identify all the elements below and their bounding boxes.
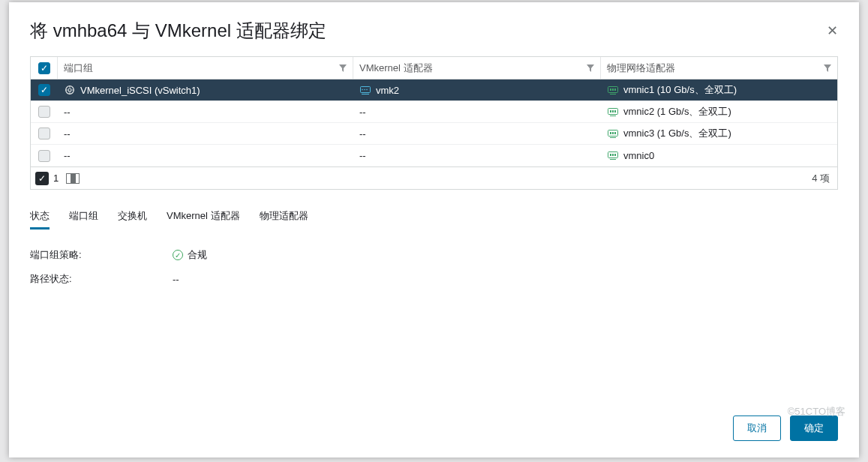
svg-point-1 bbox=[68, 88, 71, 92]
nic-icon bbox=[607, 128, 619, 140]
vmkernel-value: -- bbox=[359, 106, 366, 118]
policy-label: 端口组策略: bbox=[30, 248, 173, 262]
total-count: 4 项 bbox=[812, 172, 830, 185]
svg-rect-11 bbox=[610, 110, 611, 112]
vmkernel-icon bbox=[359, 84, 371, 96]
table-row[interactable]: -- -- vmnic2 (1 Gb/s、全双工) bbox=[31, 101, 837, 123]
selected-count: 1 bbox=[53, 172, 59, 184]
nic-icon bbox=[607, 106, 619, 118]
table-row[interactable]: -- -- vmnic3 (1 Gb/s、全双工) bbox=[31, 123, 837, 145]
table-row[interactable]: VMkernel_iSCSI (vSwitch1) vmk2 vmnic1 (1… bbox=[31, 80, 837, 101]
svg-rect-7 bbox=[610, 88, 611, 91]
filter-icon[interactable] bbox=[587, 64, 594, 72]
status-details: 端口组策略: ✓ 合规 路径状态: -- bbox=[30, 244, 838, 292]
dialog-body: 端口组 VMkernel 适配器 物理网络适配器 bbox=[9, 56, 859, 404]
svg-point-5 bbox=[366, 88, 368, 90]
detail-row-path: 路径状态: -- bbox=[30, 268, 838, 292]
nic-icon bbox=[607, 84, 619, 96]
port-group-value: -- bbox=[64, 150, 71, 161]
svg-rect-12 bbox=[612, 110, 614, 112]
physical-value: vmnic2 (1 Gb/s、全双工) bbox=[623, 105, 731, 118]
port-group-value: -- bbox=[64, 106, 71, 118]
svg-rect-15 bbox=[610, 132, 611, 134]
physical-value: vmnic0 bbox=[623, 150, 654, 161]
vmkernel-value: -- bbox=[359, 150, 366, 161]
dialog-footer: 取消 确定 bbox=[9, 404, 859, 458]
policy-value: 合规 bbox=[188, 248, 207, 262]
svg-point-3 bbox=[362, 88, 363, 90]
tab-switch[interactable]: 交换机 bbox=[118, 209, 147, 230]
header-port-group-label: 端口组 bbox=[64, 62, 93, 75]
row-checkbox[interactable] bbox=[38, 106, 50, 118]
header-physical-label: 物理网络适配器 bbox=[607, 62, 675, 75]
svg-point-4 bbox=[364, 88, 365, 90]
vmkernel-value: -- bbox=[359, 128, 366, 140]
path-value: -- bbox=[173, 272, 179, 286]
row-checkbox[interactable] bbox=[38, 150, 50, 162]
svg-rect-19 bbox=[610, 154, 611, 156]
bind-vmkernel-dialog: 将 vmhba64 与 VMkernel 适配器绑定 ✕ 端口组 VMkerne… bbox=[9, 2, 859, 458]
svg-rect-21 bbox=[614, 154, 616, 156]
dialog-title: 将 vmhba64 与 VMkernel 适配器绑定 bbox=[30, 19, 326, 43]
svg-rect-13 bbox=[614, 110, 616, 112]
svg-rect-9 bbox=[614, 88, 616, 91]
header-checkbox-cell[interactable] bbox=[31, 57, 58, 79]
grid-header-row: 端口组 VMkernel 适配器 物理网络适配器 bbox=[31, 57, 837, 80]
dialog-header: 将 vmhba64 与 VMkernel 适配器绑定 ✕ bbox=[9, 2, 859, 56]
port-group-value: VMkernel_iSCSI (vSwitch1) bbox=[80, 85, 200, 96]
tab-physical[interactable]: 物理适配器 bbox=[260, 209, 308, 230]
svg-rect-16 bbox=[612, 132, 614, 134]
detail-row-policy: 端口组策略: ✓ 合规 bbox=[30, 244, 838, 268]
svg-rect-20 bbox=[612, 154, 614, 156]
ok-button[interactable]: 确定 bbox=[790, 416, 838, 441]
tab-status[interactable]: 状态 bbox=[30, 209, 50, 230]
grid-footer: ✓ 1 4 项 bbox=[30, 167, 838, 190]
header-port-group[interactable]: 端口组 bbox=[58, 57, 353, 79]
ok-icon: ✓ bbox=[173, 250, 183, 260]
tab-vmkernel[interactable]: VMkernel 适配器 bbox=[167, 209, 240, 230]
path-label: 路径状态: bbox=[30, 272, 173, 286]
selected-indicator-icon: ✓ bbox=[35, 172, 49, 185]
svg-rect-17 bbox=[614, 132, 616, 134]
filter-icon[interactable] bbox=[339, 64, 347, 72]
adapter-grid: 端口组 VMkernel 适配器 物理网络适配器 bbox=[30, 56, 838, 167]
detail-tabs: 状态 端口组 交换机 VMkernel 适配器 物理适配器 bbox=[30, 209, 838, 230]
column-picker-button[interactable] bbox=[66, 173, 80, 184]
select-all-checkbox[interactable] bbox=[38, 62, 50, 74]
portgroup-icon bbox=[64, 84, 76, 96]
header-vmkernel[interactable]: VMkernel 适配器 bbox=[353, 57, 601, 79]
physical-value: vmnic1 (10 Gb/s、全双工) bbox=[623, 83, 737, 97]
port-group-value: -- bbox=[64, 128, 71, 140]
header-physical[interactable]: 物理网络适配器 bbox=[601, 57, 837, 79]
physical-value: vmnic3 (1 Gb/s、全双工) bbox=[623, 127, 731, 140]
tab-port-group[interactable]: 端口组 bbox=[69, 209, 98, 230]
close-button[interactable]: ✕ bbox=[827, 24, 838, 38]
header-vmkernel-label: VMkernel 适配器 bbox=[359, 62, 433, 75]
table-row[interactable]: -- -- vmnic0 bbox=[31, 145, 837, 166]
filter-icon[interactable] bbox=[824, 64, 831, 72]
svg-rect-8 bbox=[612, 88, 614, 91]
row-checkbox[interactable] bbox=[38, 128, 50, 140]
vmkernel-value: vmk2 bbox=[376, 85, 399, 96]
cancel-button[interactable]: 取消 bbox=[733, 416, 781, 441]
nic-icon bbox=[607, 150, 619, 162]
row-checkbox[interactable] bbox=[38, 84, 50, 96]
